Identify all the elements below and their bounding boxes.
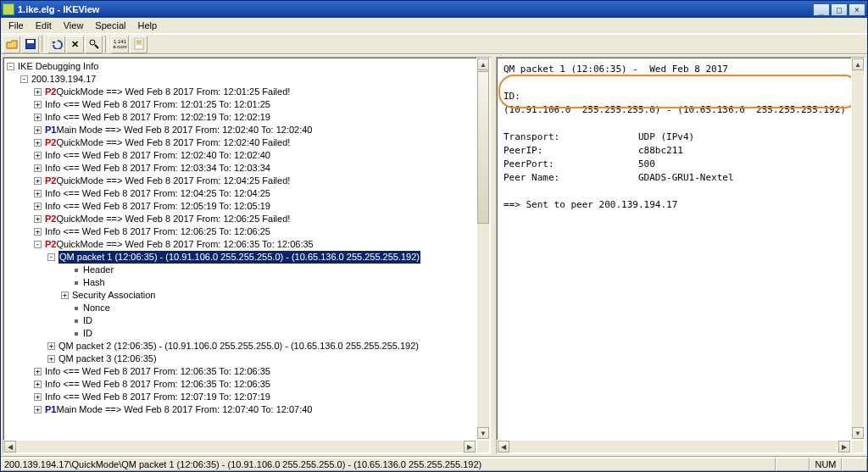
tree-node[interactable]: ID	[7, 314, 490, 327]
detail-pane: QM packet 1 (12:06:35) - Wed Feb 8 2017 …	[496, 57, 865, 454]
tree-node[interactable]: +Info <== Wed Feb 8 2017 From: 12:02:19 …	[7, 111, 490, 124]
tree-node[interactable]: Hash	[7, 276, 490, 289]
tree-node[interactable]: Header	[7, 264, 490, 276]
menu-special[interactable]: Special	[89, 19, 131, 32]
toolbar: ✕ 1.141 a.com	[1, 34, 867, 54]
tree-node[interactable]: +Info <== Wed Feb 8 2017 From: 12:02:40 …	[7, 149, 490, 162]
save-button[interactable]	[21, 36, 39, 53]
tree-node[interactable]: +Info <== Wed Feb 8 2017 From: 12:07:19 …	[7, 391, 490, 403]
menu-edit[interactable]: Edit	[30, 19, 58, 32]
tree-node[interactable]: +Security Association	[7, 289, 490, 302]
tree-node[interactable]: +Info <== Wed Feb 8 2017 From: 12:03:34 …	[7, 162, 490, 175]
tree-node[interactable]: +P2 QuickMode ==> Wed Feb 8 2017 From: 1…	[7, 175, 490, 187]
tree-node[interactable]: -QM packet 1 (12:06:35) - (10.91.106.0 2…	[7, 251, 490, 264]
undo-button[interactable]	[47, 36, 65, 53]
client-area: -IKE Debugging Info-200.139.194.17+P2 Qu…	[1, 54, 867, 456]
window-title: 1.ike.elg - IKEView	[18, 4, 813, 14]
app-window: 1.ike.elg - IKEView _ □ × File Edit View…	[0, 0, 868, 472]
tree-node[interactable]: -IKE Debugging Info	[7, 60, 490, 73]
tree-node[interactable]: +P2 QuickMode ==> Wed Feb 8 2017 From: 1…	[7, 86, 490, 98]
status-blank2	[842, 458, 867, 471]
tree-scroll[interactable]: -IKE Debugging Info-200.139.194.17+P2 Qu…	[3, 58, 490, 453]
tree-node[interactable]: +Info <== Wed Feb 8 2017 From: 12:04:25 …	[7, 187, 490, 200]
tree-node[interactable]: +Info <== Wed Feb 8 2017 From: 12:06:25 …	[7, 225, 490, 238]
hscrollbar[interactable]: ◀ ▶	[3, 440, 476, 453]
tree-node[interactable]: +Info <== Wed Feb 8 2017 From: 12:06:35 …	[7, 365, 490, 378]
hscrollbar[interactable]: ◀ ▶	[497, 440, 851, 453]
svg-point-2	[90, 40, 95, 45]
status-path: 200.139.194.17\QuickMode\QM packet 1 (12…	[1, 458, 776, 471]
menu-view[interactable]: View	[58, 19, 90, 32]
minimize-button[interactable]: _	[813, 3, 830, 16]
tree-node[interactable]: Nonce	[7, 302, 490, 314]
tree-pane: -IKE Debugging Info-200.139.194.17+P2 Qu…	[3, 57, 491, 454]
vscrollbar[interactable]: ▲ ▼	[476, 58, 490, 440]
vscrollbar[interactable]: ▲ ▼	[851, 58, 865, 440]
open-button[interactable]	[3, 36, 20, 53]
menu-bar: File Edit View Special Help	[1, 18, 867, 34]
svg-line-3	[95, 45, 98, 48]
tree-node[interactable]: +Info <== Wed Feb 8 2017 From: 12:06:35 …	[7, 378, 490, 391]
tree-node[interactable]: +P1 Main Mode ==> Wed Feb 8 2017 From: 1…	[7, 403, 490, 416]
delete-button[interactable]: ✕	[66, 36, 84, 53]
tree-node[interactable]: +QM packet 3 (12:06:35)	[7, 353, 490, 365]
maximize-button[interactable]: □	[831, 3, 848, 16]
find-button[interactable]	[85, 36, 103, 53]
tree-node[interactable]: +P2 QuickMode ==> Wed Feb 8 2017 From: 1…	[7, 213, 490, 225]
menu-file[interactable]: File	[3, 19, 30, 32]
document-button[interactable]	[130, 36, 147, 53]
tree-node[interactable]: +Info <== Wed Feb 8 2017 From: 12:01:25 …	[7, 98, 490, 111]
app-icon	[3, 3, 14, 15]
tree-node[interactable]: +QM packet 2 (12:06:35) - (10.91.106.0 2…	[7, 340, 490, 353]
status-bar: 200.139.194.17\QuickMode\QM packet 1 (12…	[1, 456, 867, 471]
tree-node[interactable]: -200.139.194.17	[7, 73, 490, 86]
tree-node[interactable]: +P1 Main Mode ==> Wed Feb 8 2017 From: 1…	[7, 124, 490, 136]
tree-node[interactable]: ID	[7, 327, 490, 340]
status-num: NUM	[810, 458, 842, 471]
close-button[interactable]: ×	[849, 3, 865, 16]
title-bar[interactable]: 1.ike.elg - IKEView _ □ ×	[1, 1, 867, 18]
tree-node[interactable]: +Info <== Wed Feb 8 2017 From: 12:05:19 …	[7, 200, 490, 213]
textview-button[interactable]: 1.141 a.com	[111, 36, 129, 53]
svg-rect-1	[27, 40, 34, 43]
tree-node[interactable]: +P2 QuickMode ==> Wed Feb 8 2017 From: 1…	[7, 136, 490, 149]
menu-help[interactable]: Help	[131, 19, 163, 32]
tree-node[interactable]: -P2 QuickMode ==> Wed Feb 8 2017 From: 1…	[7, 238, 490, 251]
status-blank	[776, 458, 810, 471]
